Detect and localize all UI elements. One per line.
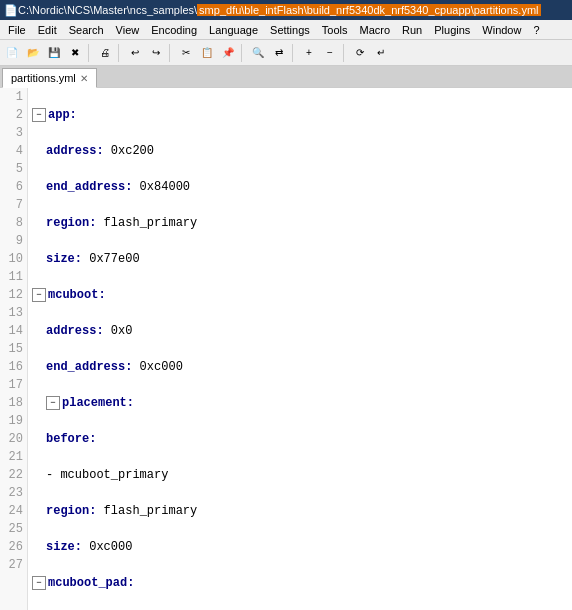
line-num: 10 (4, 250, 23, 268)
menu-plugins[interactable]: Plugins (428, 22, 476, 38)
menu-help[interactable]: ? (527, 22, 545, 38)
toolbar: 📄 📂 💾 ✖ 🖨 ↩ ↪ ✂ 📋 📌 🔍 ⇄ + − ⟳ ↵ (0, 40, 572, 66)
code-line: region: flash_primary (32, 502, 568, 520)
sep5 (292, 44, 296, 62)
line-num: 23 (4, 484, 23, 502)
line-num: 18 (4, 394, 23, 412)
code-line: - mcuboot_primary (32, 466, 568, 484)
code-line: end_address: 0x84000 (32, 178, 568, 196)
menu-file[interactable]: File (2, 22, 32, 38)
menu-view[interactable]: View (110, 22, 146, 38)
line-num: 7 (4, 196, 23, 214)
window-icon: 📄 (4, 4, 18, 17)
title-path-highlight: smp_dfu\ble_intFlash\build_nrf5340dk_nrf… (197, 4, 540, 16)
find-button[interactable]: 🔍 (248, 43, 268, 63)
line-num: 20 (4, 430, 23, 448)
menu-macro[interactable]: Macro (353, 22, 396, 38)
code-line: −app: (32, 106, 568, 124)
menu-settings[interactable]: Settings (264, 22, 316, 38)
sync-button[interactable]: ⟳ (350, 43, 370, 63)
editor: 1 2 3 4 5 6 7 8 9 10 11 12 13 14 15 16 1… (0, 88, 572, 610)
zoom-out-button[interactable]: − (320, 43, 340, 63)
line-num: 13 (4, 304, 23, 322)
menu-encoding[interactable]: Encoding (145, 22, 203, 38)
line-num: 21 (4, 448, 23, 466)
undo-button[interactable]: ↩ (125, 43, 145, 63)
menu-window[interactable]: Window (476, 22, 527, 38)
sep6 (343, 44, 347, 62)
code-line: address: 0x0 (32, 322, 568, 340)
sep4 (241, 44, 245, 62)
fold-icon[interactable]: − (32, 288, 46, 302)
code-line: −mcuboot_pad: (32, 574, 568, 592)
code-line: before: (32, 430, 568, 448)
line-num: 22 (4, 466, 23, 484)
line-num: 8 (4, 214, 23, 232)
sep3 (169, 44, 173, 62)
fold-icon[interactable]: − (32, 108, 46, 122)
line-num: 19 (4, 412, 23, 430)
save-button[interactable]: 💾 (44, 43, 64, 63)
code-line: size: 0xc000 (32, 538, 568, 556)
menu-search[interactable]: Search (63, 22, 110, 38)
menu-tools[interactable]: Tools (316, 22, 354, 38)
line-num: 27 (4, 556, 23, 574)
code-line: region: flash_primary (32, 214, 568, 232)
fold-icon[interactable]: − (32, 576, 46, 590)
code-line: end_address: 0xc000 (32, 358, 568, 376)
wrap-button[interactable]: ↵ (371, 43, 391, 63)
line-num: 14 (4, 322, 23, 340)
tab-label: partitions.yml (11, 72, 76, 84)
sep1 (88, 44, 92, 62)
line-num: 17 (4, 376, 23, 394)
tab-close-button[interactable]: ✕ (80, 73, 88, 84)
line-num: 16 (4, 358, 23, 376)
line-num: 2 (4, 106, 23, 124)
line-num: 26 (4, 538, 23, 556)
line-num: 6 (4, 178, 23, 196)
code-line: −placement: (32, 394, 568, 412)
code-line: address: 0xc200 (32, 142, 568, 160)
line-num: 11 (4, 268, 23, 286)
print-button[interactable]: 🖨 (95, 43, 115, 63)
line-num: 12 (4, 286, 23, 304)
menu-run[interactable]: Run (396, 22, 428, 38)
replace-button[interactable]: ⇄ (269, 43, 289, 63)
line-num: 1 (4, 88, 23, 106)
code-line: −mcuboot: (32, 286, 568, 304)
line-numbers: 1 2 3 4 5 6 7 8 9 10 11 12 13 14 15 16 1… (0, 88, 28, 610)
copy-button[interactable]: 📋 (197, 43, 217, 63)
menu-bar: File Edit Search View Encoding Language … (0, 20, 572, 40)
cut-button[interactable]: ✂ (176, 43, 196, 63)
line-num: 3 (4, 124, 23, 142)
zoom-in-button[interactable]: + (299, 43, 319, 63)
new-button[interactable]: 📄 (2, 43, 22, 63)
open-button[interactable]: 📂 (23, 43, 43, 63)
tab-bar: partitions.yml ✕ (0, 66, 572, 88)
line-num: 25 (4, 520, 23, 538)
close-button[interactable]: ✖ (65, 43, 85, 63)
tab-partitions-yml[interactable]: partitions.yml ✕ (2, 68, 97, 88)
code-line: size: 0x77e00 (32, 250, 568, 268)
line-num: 15 (4, 340, 23, 358)
line-num: 5 (4, 160, 23, 178)
line-num: 4 (4, 142, 23, 160)
sep2 (118, 44, 122, 62)
menu-language[interactable]: Language (203, 22, 264, 38)
menu-edit[interactable]: Edit (32, 22, 63, 38)
line-num: 24 (4, 502, 23, 520)
line-num: 9 (4, 232, 23, 250)
title-bar: 📄 C:\Nordic\NCS\Master\ncs_samples\smp_d… (0, 0, 572, 20)
fold-icon[interactable]: − (46, 396, 60, 410)
paste-button[interactable]: 📌 (218, 43, 238, 63)
redo-button[interactable]: ↪ (146, 43, 166, 63)
title-text: C:\Nordic\NCS\Master\ncs_samples\smp_dfu… (18, 4, 568, 16)
code-content[interactable]: −app: address: 0xc200 end_address: 0x840… (28, 88, 572, 610)
